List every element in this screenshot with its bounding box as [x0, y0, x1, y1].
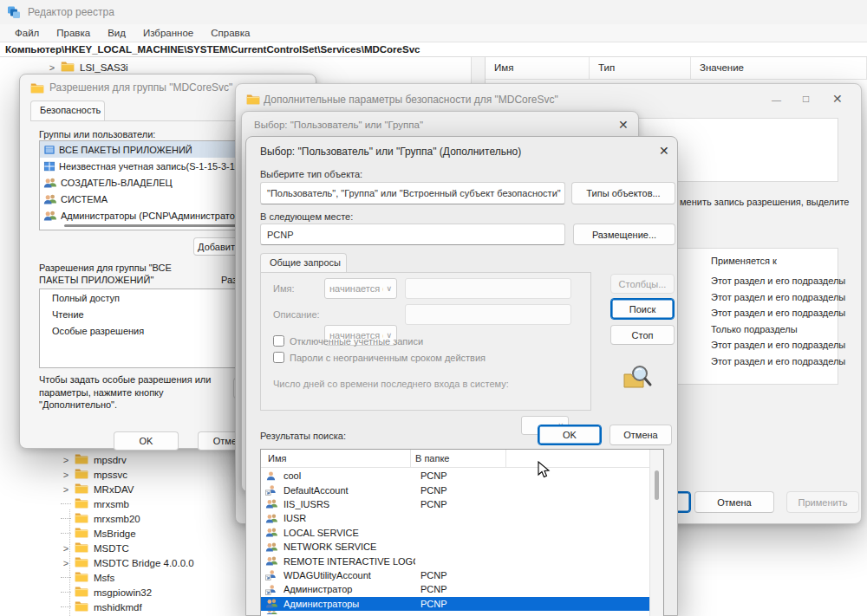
folder-icon: [75, 468, 88, 482]
results-scrollbar[interactable]: [649, 450, 663, 616]
menu-item-3[interactable]: Избранное: [135, 26, 201, 40]
menu-item-0[interactable]: Файл: [7, 26, 47, 40]
group-icon: [265, 527, 280, 538]
chevron-right-icon[interactable]: >: [47, 62, 57, 73]
scrollbar-thumb[interactable]: [655, 470, 659, 500]
column-header-1[interactable]: Тип: [590, 57, 691, 80]
results-header[interactable]: Имя В папке: [261, 450, 663, 468]
applies-to-rows: Этот раздел и его подразделыЭтот раздел …: [711, 276, 845, 373]
result-row[interactable]: WDAGUtilityAccount PCNP: [261, 568, 649, 582]
search-button[interactable]: Поиск: [610, 298, 675, 320]
minimize-icon[interactable]: —: [772, 94, 781, 105]
location-field[interactable]: PCNP: [260, 224, 565, 245]
tree-item[interactable]: mshidkmdf: [61, 600, 142, 614]
tree-item[interactable]: mrxsmb: [61, 496, 129, 511]
tree-item[interactable]: Msfs: [61, 570, 114, 585]
result-row[interactable]: IUSR: [261, 511, 649, 525]
menu-item-2[interactable]: Вид: [100, 26, 134, 40]
folder-icon: [246, 94, 260, 107]
chevron-right-icon[interactable]: >: [61, 455, 71, 465]
description-input[interactable]: [405, 304, 571, 325]
edit-permission-hint-fragment: менить запись разрешения, выделите: [680, 197, 857, 207]
permission-label: Чтение: [52, 309, 84, 320]
registry-editor-app-icon: [7, 5, 21, 21]
results-rows: cool PCNP DefaultAccount PCNP IIS_IUSRS …: [261, 469, 649, 614]
maximize-icon[interactable]: □: [803, 93, 809, 105]
close-icon[interactable]: ✕: [659, 144, 669, 158]
group-icon: [43, 177, 57, 189]
tree-connector-stub: [61, 592, 71, 593]
tree-item-lsi-sas3i[interactable]: > LSI_SAS3i: [47, 60, 128, 75]
folder-icon: [75, 527, 88, 541]
ok-button[interactable]: OK: [538, 425, 602, 445]
tree-connector-stub: [61, 606, 71, 607]
menu-item-1[interactable]: Правка: [49, 26, 98, 40]
menu-item-4[interactable]: Справка: [203, 26, 257, 40]
ok-button[interactable]: OK: [114, 431, 179, 451]
disabled-accounts-row[interactable]: Отключенные учетные записи: [273, 335, 423, 347]
stop-button[interactable]: Стоп: [610, 325, 675, 345]
tree-item[interactable]: MsBridge: [61, 526, 136, 541]
chevron-right-icon[interactable]: >: [61, 543, 71, 554]
address-bar[interactable]: Компьютер\HKEY_LOCAL_MACHINE\SYSTEM\Curr…: [0, 42, 867, 57]
result-row[interactable]: IIS_IUSRS PCNP: [261, 497, 649, 511]
tree-item[interactable]: > mpsdrv: [61, 452, 127, 467]
chevron-right-icon[interactable]: >: [61, 558, 71, 568]
apply-button[interactable]: Применить: [786, 491, 859, 513]
folder-icon: [75, 586, 88, 600]
location-button[interactable]: Размещение...: [573, 224, 675, 245]
result-row[interactable]: Администратор PCNP: [261, 582, 649, 596]
results-column-folder[interactable]: В папке: [415, 453, 449, 464]
folder-icon: [75, 512, 88, 526]
result-name: DefaultAccount: [284, 485, 415, 496]
name-operator-combo[interactable]: начинается с∨: [324, 278, 397, 299]
applies-to-cell: Этот раздел и его подразделы: [711, 356, 845, 373]
tree-item[interactable]: > MRxDAV: [61, 482, 134, 496]
result-folder: PCNP: [420, 470, 507, 481]
tree-item[interactable]: msgpiowin32: [61, 585, 152, 600]
result-row[interactable]: REMOTE INTERACTIVE LOGON: [261, 554, 649, 567]
result-row[interactable]: cool PCNP: [261, 469, 649, 483]
result-row-partial[interactable]: [261, 611, 649, 614]
result-row[interactable]: DefaultAccount PCNP: [261, 483, 649, 496]
registry-editor-titlebar: Редактор реестра: [0, 0, 867, 24]
cancel-button[interactable]: Отмена: [610, 425, 672, 445]
user-arrow-icon: [265, 584, 280, 595]
result-row[interactable]: NETWORK SERVICE: [261, 540, 649, 554]
name-input[interactable]: [405, 278, 571, 299]
results-column-name[interactable]: Имя: [268, 453, 286, 464]
dialog-title: Выбор: "Пользователь" или "Группа" (Допо…: [260, 146, 624, 158]
disabled-accounts-checkbox[interactable]: [273, 335, 284, 347]
tree-item[interactable]: > MSDTC Bridge 4.0.0.0: [61, 555, 194, 570]
tab-common-queries[interactable]: Общие запросы: [260, 253, 347, 272]
column-header-2[interactable]: Значение: [691, 57, 867, 80]
tab-security[interactable]: Безопасность: [30, 101, 105, 120]
cancel-button[interactable]: Отмена: [694, 491, 774, 513]
close-icon[interactable]: ✕: [832, 92, 843, 106]
column-header-0[interactable]: Имя: [486, 57, 590, 80]
tree-item[interactable]: mrxsmb20: [61, 511, 140, 526]
non-expiring-passwords-checkbox[interactable]: [273, 352, 284, 363]
tree-item-label: MSDTC Bridge 4.0.0.0: [94, 558, 194, 568]
applies-to-cell: Только подразделы: [711, 324, 845, 340]
columns-button[interactable]: Столбцы...: [610, 274, 675, 294]
chevron-right-icon[interactable]: >: [61, 470, 71, 480]
folder-icon: [30, 82, 44, 96]
tree-item[interactable]: > MSDTC: [61, 541, 129, 555]
result-row[interactable]: LOCAL SERVICE: [261, 526, 649, 540]
permission-label: Полный доступ: [52, 293, 120, 303]
group-icon: [265, 498, 280, 509]
tree-item[interactable]: > mpssvc: [61, 467, 127, 482]
description-label: Описание:: [273, 309, 320, 320]
values-column-headers[interactable]: ИмяТипЗначение: [486, 57, 867, 80]
close-icon[interactable]: ✕: [618, 118, 629, 132]
non-expiring-passwords-row[interactable]: Пароли с неограниченным сроком действия: [273, 352, 486, 363]
object-types-button[interactable]: Типы объектов...: [571, 182, 675, 204]
group-icon: [265, 555, 280, 567]
horizontal-scrollbar-thumb[interactable]: [64, 224, 264, 227]
result-row[interactable]: Администраторы PCNP: [261, 597, 649, 611]
result-folder: PCNP: [420, 499, 507, 509]
search-results-list[interactable]: Имя В папке cool PCNP DefaultAccount PCN…: [260, 449, 664, 616]
object-type-field[interactable]: "Пользователь", "Группа" или "Встроенный…: [260, 182, 565, 204]
chevron-right-icon[interactable]: >: [61, 484, 71, 495]
